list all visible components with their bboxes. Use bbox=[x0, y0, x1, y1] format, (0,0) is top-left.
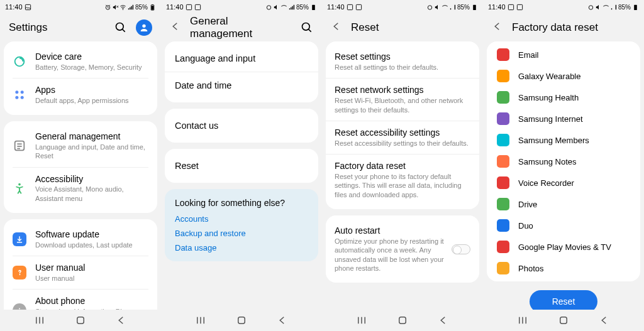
suggestion-link-data-usage[interactable]: Data usage bbox=[175, 243, 308, 252]
app-label: Google Play Movies & TV bbox=[518, 242, 611, 252]
nav-home[interactable] bbox=[558, 315, 569, 326]
nav-recents[interactable] bbox=[517, 315, 528, 326]
nav-back[interactable] bbox=[116, 315, 127, 326]
nav-home[interactable] bbox=[75, 315, 86, 326]
svg-rect-7 bbox=[152, 6, 154, 9]
svg-point-4 bbox=[123, 9, 123, 9]
auto-restart-toggle[interactable] bbox=[452, 244, 470, 254]
gm-item-date-time[interactable]: Date and time bbox=[165, 72, 318, 99]
nav-back[interactable] bbox=[438, 315, 449, 326]
page-title: Factory data reset bbox=[512, 21, 635, 34]
item-sub: User manual bbox=[35, 274, 148, 283]
back-button[interactable] bbox=[170, 21, 181, 35]
svg-line-32 bbox=[309, 30, 311, 32]
picture-icon bbox=[347, 4, 353, 11]
settings-item-software-update[interactable]: Software updateDownload updates, Last up… bbox=[4, 223, 157, 256]
auto-restart-row[interactable]: Auto restart Optimize your phone by rest… bbox=[326, 219, 479, 279]
reset-item-factory[interactable]: Factory data reset Reset your phone to i… bbox=[326, 155, 479, 205]
search-icon[interactable] bbox=[301, 21, 313, 34]
settings-group-1: Device careBattery, Storage, Memory, Sec… bbox=[4, 41, 157, 115]
content-scroll[interactable]: Reset settings Reset all settings to the… bbox=[322, 41, 483, 310]
status-bar: 11:40 85% bbox=[483, 0, 644, 14]
nav-home[interactable] bbox=[236, 315, 247, 326]
nav-back[interactable] bbox=[277, 315, 288, 326]
back-button[interactable] bbox=[331, 21, 342, 35]
app-label: Samsung Internet bbox=[518, 114, 583, 124]
status-bar: 11:40 85% bbox=[161, 0, 322, 14]
item-sub: Battery, Storage, Memory, Security bbox=[35, 63, 148, 72]
settings-item-general-management[interactable]: General managementLanguage and input, Da… bbox=[4, 125, 157, 166]
wifi-icon bbox=[119, 4, 126, 11]
settings-group-3: Software updateDownload updates, Last up… bbox=[4, 219, 157, 310]
accessibility-icon bbox=[13, 182, 26, 195]
svg-point-13 bbox=[21, 90, 24, 94]
content-scroll[interactable]: Language and input Date and time Contact… bbox=[161, 41, 322, 310]
wifi-icon bbox=[602, 4, 609, 11]
picture-icon bbox=[25, 4, 31, 11]
picture-icon bbox=[194, 4, 201, 11]
app-row: Drive bbox=[487, 193, 640, 215]
signal-icon bbox=[610, 4, 617, 11]
app-label: Samsung Members bbox=[518, 136, 589, 145]
app-row: Samsung Members bbox=[487, 129, 640, 151]
reset-item-settings[interactable]: Reset settings Reset all settings to the… bbox=[326, 45, 479, 78]
svg-point-29 bbox=[267, 5, 270, 9]
back-button[interactable] bbox=[492, 21, 503, 35]
reset-item-accessibility[interactable]: Reset accessibility settings Reset acces… bbox=[326, 121, 479, 154]
gm-group-2: Contact us bbox=[165, 109, 318, 143]
app-bar: Settings bbox=[0, 14, 161, 41]
nav-bar bbox=[483, 310, 644, 331]
item-sub: Voice Assistant, Mono audio, Assistant m… bbox=[35, 185, 148, 203]
status-battery: 85% bbox=[135, 4, 148, 11]
suggestion-link-backup[interactable]: Backup and restore bbox=[175, 229, 308, 238]
settings-item-device-care[interactable]: Device careBattery, Storage, Memory, Sec… bbox=[4, 45, 157, 78]
auto-restart-group: Auto restart Optimize your phone by rest… bbox=[326, 215, 479, 283]
gm-item-reset[interactable]: Reset bbox=[165, 153, 318, 179]
content-scroll[interactable]: Device careBattery, Storage, Memory, Sec… bbox=[0, 41, 161, 310]
reset-item-network[interactable]: Reset network settings Reset Wi-Fi, Blue… bbox=[326, 79, 479, 121]
nav-recents[interactable] bbox=[34, 315, 45, 326]
svg-rect-46 bbox=[517, 4, 522, 9]
phone-reset: 11:40 85% Reset Reset settings Reset all… bbox=[322, 0, 483, 331]
app-bar: Reset bbox=[322, 14, 483, 41]
gm-group-3: Reset bbox=[165, 149, 318, 183]
settings-item-accessibility[interactable]: AccessibilityVoice Assistant, Mono audio… bbox=[4, 168, 157, 209]
item-label: Software update bbox=[35, 229, 148, 240]
page-title: Settings bbox=[9, 21, 106, 34]
gm-group-1: Language and input Date and time bbox=[165, 41, 318, 102]
gm-item-contact-us[interactable]: Contact us bbox=[165, 112, 318, 139]
app-icon bbox=[497, 112, 509, 125]
svg-rect-40 bbox=[473, 4, 476, 9]
app-bar: General management bbox=[161, 14, 322, 41]
item-sub: Reset accessibility settings to their de… bbox=[335, 139, 470, 148]
alarm-icon bbox=[104, 4, 111, 11]
nav-back[interactable] bbox=[599, 315, 610, 326]
nav-home[interactable] bbox=[397, 315, 408, 326]
item-label: User manual bbox=[35, 263, 148, 273]
svg-rect-37 bbox=[347, 4, 352, 9]
app-label: Duo bbox=[518, 221, 533, 231]
item-label: Reset settings bbox=[335, 52, 470, 62]
reset-button[interactable]: Reset bbox=[530, 290, 598, 310]
svg-point-14 bbox=[15, 96, 18, 99]
gm-item-language[interactable]: Language and input bbox=[165, 45, 318, 72]
settings-item-apps[interactable]: AppsDefault apps, App permissions bbox=[4, 79, 157, 111]
profile-button[interactable] bbox=[136, 19, 152, 36]
device-care-icon bbox=[13, 55, 26, 68]
content-scroll[interactable]: EmailGalaxy WearableSamsung HealthSamsun… bbox=[483, 41, 644, 310]
nav-recents[interactable] bbox=[356, 315, 367, 326]
app-label: Email bbox=[518, 50, 539, 60]
app-icon bbox=[497, 262, 509, 274]
nav-recents[interactable] bbox=[195, 315, 206, 326]
settings-item-user-manual[interactable]: User manualUser manual bbox=[4, 256, 157, 289]
picture-icon bbox=[508, 4, 514, 11]
app-row: Email bbox=[487, 44, 640, 65]
battery-icon bbox=[310, 4, 317, 11]
picture-icon bbox=[355, 4, 362, 11]
suggestion-link-accounts[interactable]: Accounts bbox=[175, 214, 308, 224]
settings-item-about-phone[interactable]: About phoneStatus, Legal information, Ph… bbox=[4, 290, 157, 310]
svg-rect-38 bbox=[356, 4, 361, 9]
search-icon[interactable] bbox=[114, 21, 127, 34]
signal-icon bbox=[127, 4, 134, 11]
item-label: Reset network settings bbox=[335, 85, 470, 95]
